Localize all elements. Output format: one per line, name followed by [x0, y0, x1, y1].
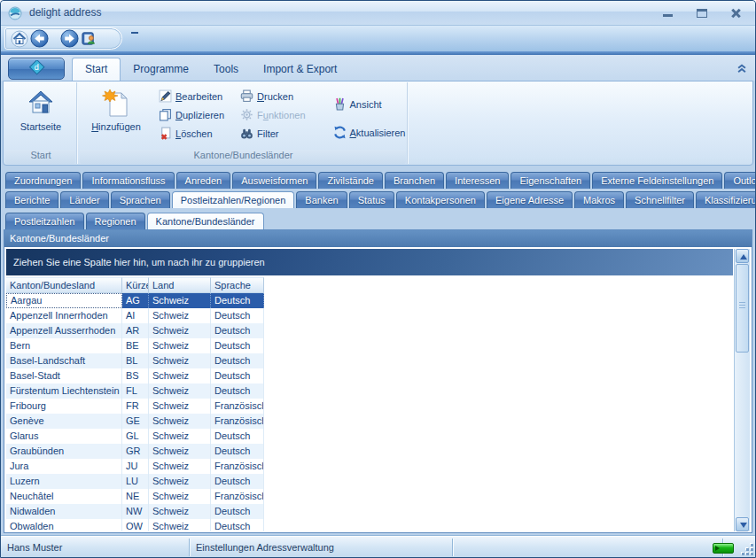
- table-cell[interactable]: Appenzell Ausserrhoden: [6, 323, 122, 338]
- table-cell[interactable]: JU: [122, 459, 149, 474]
- group-by-bar[interactable]: Ziehen Sie eine Spalte hier hin, um nach…: [6, 249, 733, 275]
- tab-eigene-adresse[interactable]: Eigene Adresse: [487, 191, 573, 208]
- tab-schnellfilter[interactable]: Schnellfilter: [626, 191, 694, 208]
- table-cell[interactable]: GE: [122, 414, 149, 429]
- forward-button[interactable]: [59, 29, 79, 49]
- table-cell[interactable]: Schweiz: [149, 293, 211, 308]
- table-cell[interactable]: Französisch: [211, 489, 264, 504]
- table-cell[interactable]: Deutsch: [211, 368, 264, 384]
- tab-kontakpersonen[interactable]: Kontakpersonen: [396, 191, 485, 208]
- column-header-land[interactable]: Land: [149, 277, 211, 293]
- table-cell[interactable]: Bern: [6, 338, 122, 353]
- table-cell[interactable]: AR: [122, 323, 149, 338]
- table-cell[interactable]: BE: [122, 338, 149, 353]
- toolbar-options-icon[interactable]: [129, 30, 141, 46]
- table-cell[interactable]: Jura: [6, 459, 122, 474]
- table-cell[interactable]: Schweiz: [149, 474, 211, 489]
- table-cell[interactable]: Deutsch: [211, 519, 264, 531]
- table-cell[interactable]: Schweiz: [149, 414, 211, 429]
- tab-zivilstände[interactable]: Zivilstände: [318, 172, 383, 189]
- minimize-icon[interactable]: [661, 6, 675, 20]
- vertical-scrollbar[interactable]: [734, 249, 750, 531]
- table-cell[interactable]: NW: [122, 504, 149, 519]
- ansicht-button[interactable]: Ansicht: [329, 95, 410, 113]
- tab-ausweisformen[interactable]: Ausweisformen: [232, 172, 316, 189]
- column-header-sprache[interactable]: Sprache: [211, 277, 264, 293]
- table-cell[interactable]: Schweiz: [149, 323, 211, 338]
- table-row[interactable]: GenèveGESchweizFranzösisch: [6, 414, 264, 429]
- hinzufuegen-button[interactable]: Hinzufügen: [82, 85, 150, 149]
- tab-informationsfluss[interactable]: Informationsfluss: [82, 172, 174, 189]
- table-cell[interactable]: AI: [122, 308, 149, 323]
- back-button[interactable]: [29, 29, 49, 49]
- table-cell[interactable]: Genève: [6, 414, 122, 429]
- table-row[interactable]: Basel-LandschaftBLSchweizDeutsch: [6, 353, 264, 368]
- table-row[interactable]: AargauAGSchweizDeutsch: [6, 293, 264, 308]
- tab-berichte[interactable]: Berichte: [5, 191, 58, 208]
- drucken-button[interactable]: Drucken: [236, 87, 321, 105]
- table-cell[interactable]: Neuchâtel: [6, 489, 122, 504]
- table-cell[interactable]: BL: [122, 353, 149, 368]
- table-cell[interactable]: NE: [122, 489, 149, 504]
- table-cell[interactable]: Deutsch: [211, 353, 264, 368]
- table-cell[interactable]: Schweiz: [149, 489, 211, 504]
- table-row[interactable]: GlarusGLSchweizDeutsch: [6, 429, 264, 444]
- table-cell[interactable]: Basel-Stadt: [6, 368, 122, 384]
- table-row[interactable]: NeuchâtelNESchweizFranzösisch: [6, 489, 264, 504]
- table-cell[interactable]: Schweiz: [149, 384, 211, 399]
- ribbon-tab-import-export[interactable]: Import & Export: [251, 58, 349, 81]
- tab-regionen[interactable]: Regionen: [86, 213, 145, 229]
- table-cell[interactable]: Aargau: [6, 293, 122, 308]
- scroll-down-icon[interactable]: [736, 517, 749, 531]
- column-header-kürzel[interactable]: Kürzel: [122, 277, 149, 293]
- table-cell[interactable]: LU: [122, 474, 149, 489]
- tab-kantone-bundesländer[interactable]: Kantone/Bundesländer: [147, 213, 264, 229]
- aktualisieren-button[interactable]: Aktualisieren: [329, 123, 410, 142]
- table-cell[interactable]: BS: [122, 368, 149, 384]
- table-cell[interactable]: Nidwalden: [6, 504, 122, 519]
- table-cell[interactable]: FR: [122, 399, 149, 414]
- table-cell[interactable]: Schweiz: [149, 353, 211, 368]
- ribbon-tab-tools[interactable]: Tools: [201, 58, 251, 81]
- resize-grip[interactable]: [741, 543, 753, 555]
- tab-zuordnungen[interactable]: Zuordnungen: [5, 172, 81, 189]
- table-row[interactable]: Fürstentum LiechtensteinFLSchweizDeutsch: [6, 384, 264, 399]
- table-row[interactable]: GraubündenGRSchweizDeutsch: [6, 444, 264, 459]
- table-cell[interactable]: Deutsch: [211, 504, 264, 519]
- table-cell[interactable]: Französisch: [211, 414, 264, 429]
- table-cell[interactable]: Schweiz: [149, 368, 211, 384]
- tab-sprachen[interactable]: Sprachen: [111, 191, 170, 208]
- table-cell[interactable]: Deutsch: [211, 429, 264, 444]
- table-cell[interactable]: Luzern: [6, 474, 122, 489]
- table-cell[interactable]: Deutsch: [211, 474, 264, 489]
- table-cell[interactable]: Deutsch: [211, 293, 264, 308]
- scrollbar-thumb[interactable]: [736, 264, 749, 353]
- startseite-button[interactable]: Startseite: [7, 85, 74, 149]
- bearbeiten-button[interactable]: Bearbeiten: [154, 87, 229, 105]
- tab-länder[interactable]: Länder: [60, 191, 108, 208]
- table-row[interactable]: FribourgFRSchweizFranzösisch: [6, 399, 264, 414]
- ribbon-tab-programme[interactable]: Programme: [121, 58, 201, 81]
- tab-eigenschaften[interactable]: Eigenschaften: [510, 172, 590, 189]
- tab-makros[interactable]: Makros: [574, 191, 624, 208]
- ribbon-tab-start[interactable]: Start: [72, 58, 121, 81]
- table-row[interactable]: Appenzell InnerrhodenAISchweizDeutsch: [6, 308, 264, 323]
- tab-banken[interactable]: Banken: [296, 191, 347, 208]
- table-cell[interactable]: Schweiz: [149, 444, 211, 459]
- tab-status[interactable]: Status: [349, 191, 394, 208]
- filter-button[interactable]: Filter: [236, 124, 321, 143]
- table-cell[interactable]: FL: [122, 384, 149, 399]
- loeschen-button[interactable]: Löschen: [154, 124, 229, 143]
- tab-interessen[interactable]: Interessen: [446, 172, 509, 189]
- table-row[interactable]: LuzernLUSchweizDeutsch: [6, 474, 264, 489]
- table-cell[interactable]: Deutsch: [211, 308, 264, 323]
- table-cell[interactable]: Fribourg: [6, 399, 122, 414]
- table-cell[interactable]: Appenzell Innerrhoden: [6, 308, 122, 323]
- table-cell[interactable]: Schweiz: [149, 459, 211, 474]
- table-cell[interactable]: GR: [122, 444, 149, 459]
- table-cell[interactable]: Basel-Landschaft: [6, 353, 122, 368]
- scroll-up-icon[interactable]: [736, 249, 749, 263]
- table-cell[interactable]: Schweiz: [149, 429, 211, 444]
- table-cell[interactable]: Schweiz: [149, 338, 211, 353]
- tab-anreden[interactable]: Anreden: [176, 172, 231, 189]
